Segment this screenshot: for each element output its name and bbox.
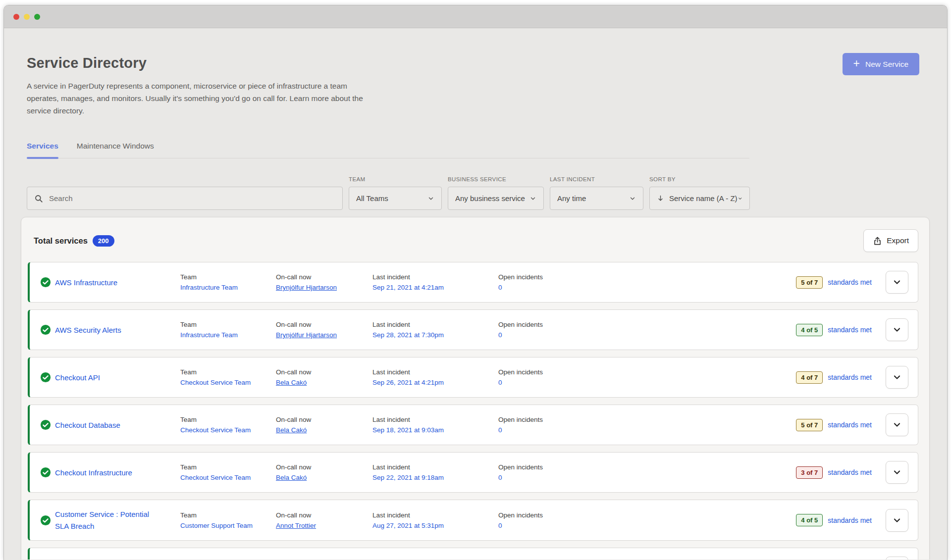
standards-group: 5 of 7 standards met xyxy=(796,276,872,289)
expand-row-button[interactable] xyxy=(886,509,908,532)
standards-met-link[interactable]: standards met xyxy=(828,516,872,524)
standards-met-link[interactable]: standards met xyxy=(828,468,872,476)
last-incident-link[interactable]: Sep 22, 2021 at 9:18am xyxy=(372,474,498,481)
open-incidents-link[interactable]: 0 xyxy=(498,284,790,291)
standards-badge: 4 of 7 xyxy=(796,371,823,384)
sort-descending-icon xyxy=(657,195,664,202)
status-ok-icon xyxy=(40,467,51,478)
on-call-user-link[interactable]: Bela Cakó xyxy=(276,426,372,434)
team-link[interactable]: Infrastructure Team xyxy=(180,331,276,339)
team-link[interactable]: Customer Support Team xyxy=(180,522,276,529)
expand-row-button[interactable] xyxy=(886,557,908,560)
open-incidents-link[interactable]: 0 xyxy=(498,426,790,434)
business-service-filter-label: BUSINESS SERVICE xyxy=(448,176,544,182)
status-ok-icon xyxy=(40,419,51,430)
new-service-button[interactable]: + New Service xyxy=(843,53,919,75)
status-ok-icon xyxy=(40,324,51,335)
standards-met-link[interactable]: standards met xyxy=(828,373,872,381)
expand-row-button[interactable] xyxy=(886,318,908,341)
on-call-column: On-call now Bela Cakó xyxy=(276,463,372,481)
open-incidents-link[interactable]: 0 xyxy=(498,379,790,386)
chevron-down-icon xyxy=(892,467,902,477)
last-incident-column: Last incident Sep 26, 2021 at 4:21pm xyxy=(372,368,498,386)
page-title: Service Directory xyxy=(27,55,947,71)
last-incident-filter-dropdown[interactable]: Any time xyxy=(550,187,643,210)
chevron-down-icon xyxy=(892,277,902,287)
standards-group: 3 of 7 standards met xyxy=(796,466,872,479)
status-ok-icon xyxy=(40,372,51,383)
zoom-button[interactable] xyxy=(34,14,40,20)
service-row: Checkout Infrastructure Team Checkout Se… xyxy=(28,452,918,493)
on-call-user-link[interactable]: Bela Cakó xyxy=(276,474,372,481)
standards-group: 4 of 7 standards met xyxy=(796,371,872,384)
team-link[interactable]: Checkout Service Team xyxy=(180,474,276,481)
service-row: AWS Infrastructure Team Infrastructure T… xyxy=(28,262,918,303)
team-column: Team Checkout Service Team xyxy=(180,416,276,434)
search-input[interactable] xyxy=(48,194,335,203)
team-link[interactable]: Infrastructure Team xyxy=(180,284,276,291)
last-incident-link[interactable]: Sep 26, 2021 at 4:21pm xyxy=(372,379,498,386)
page-description: A service in PagerDuty represents a comp… xyxy=(27,80,364,117)
service-name-link[interactable]: Checkout API xyxy=(55,372,180,383)
sort-by-dropdown[interactable]: Service name (A - Z) xyxy=(649,187,750,210)
team-link[interactable]: Checkout Service Team xyxy=(180,379,276,386)
filter-bar: TEAM All Teams BUSINESS SERVICE Any busi… xyxy=(27,176,749,210)
tab-maintenance-windows[interactable]: Maintenance Windows xyxy=(77,142,154,158)
open-incidents-link[interactable]: 0 xyxy=(498,474,790,481)
search-icon xyxy=(34,194,43,203)
service-name-link[interactable]: Checkout Database xyxy=(55,419,180,431)
last-incident-filter-label: LAST INCIDENT xyxy=(550,176,643,182)
standards-met-link[interactable]: standards met xyxy=(828,421,872,429)
service-name-link[interactable]: Checkout Infrastructure xyxy=(55,467,180,478)
business-service-filter-value: Any business service xyxy=(455,194,525,203)
last-incident-link[interactable]: Aug 27, 2021 at 5:31pm xyxy=(372,522,498,529)
chevron-down-icon xyxy=(892,420,902,430)
on-call-column: On-call now Annot Trottier xyxy=(276,559,372,560)
standards-met-link[interactable]: standards met xyxy=(828,278,872,286)
expand-row-button[interactable] xyxy=(886,366,908,389)
last-incident-link[interactable]: Sep 21, 2021 at 4:21am xyxy=(372,284,498,291)
team-label: Team xyxy=(180,368,276,376)
team-link[interactable]: Checkout Service Team xyxy=(180,426,276,434)
service-name-link[interactable]: AWS Infrastructure xyxy=(55,277,180,288)
standards-met-link[interactable]: standards met xyxy=(828,326,872,334)
business-service-filter-dropdown[interactable]: Any business service xyxy=(448,187,544,210)
open-incidents-column: Open incidents 0 xyxy=(498,511,790,529)
team-filter-dropdown[interactable]: All Teams xyxy=(349,187,442,210)
last-incident-link[interactable]: Sep 28, 2021 at 7:30pm xyxy=(372,331,498,339)
expand-row-button[interactable] xyxy=(886,413,908,436)
last-incident-link[interactable]: Sep 18, 2021 at 9:03am xyxy=(372,426,498,434)
open-incidents-link[interactable]: 0 xyxy=(498,331,790,339)
expand-row-button[interactable] xyxy=(886,461,908,484)
last-incident-column: Last incident Sep 28, 2021 at 2:00am xyxy=(372,559,498,560)
team-column: Team Infrastructure Team xyxy=(180,273,276,291)
on-call-user-link[interactable]: Brynjólfur Hjartarson xyxy=(276,331,372,339)
service-name-link[interactable]: AWS Security Alerts xyxy=(55,324,180,336)
team-label: Team xyxy=(180,511,276,519)
last-incident-label: Last incident xyxy=(372,463,498,471)
tab-bar: Services Maintenance Windows xyxy=(27,142,749,158)
tab-services[interactable]: Services xyxy=(27,142,58,158)
last-incident-label: Last incident xyxy=(372,368,498,376)
team-column: Team Infrastructure Team xyxy=(180,321,276,339)
search-field[interactable] xyxy=(27,187,343,210)
expand-row-button[interactable] xyxy=(886,271,908,294)
open-incidents-label: Open incidents xyxy=(498,416,790,423)
last-incident-column: Last incident Aug 27, 2021 at 5:31pm xyxy=(372,511,498,529)
export-button[interactable]: Export xyxy=(863,229,918,252)
standards-badge: 5 of 7 xyxy=(796,276,823,289)
service-name-link[interactable]: Customer Service : Potential SLA Breach xyxy=(55,509,180,532)
service-row: Customer Service : Potential SLA Breach … xyxy=(28,500,918,541)
on-call-user-link[interactable]: Brynjólfur Hjartarson xyxy=(276,284,372,291)
open-incidents-link[interactable]: 0 xyxy=(498,522,790,529)
sort-by-label: SORT BY xyxy=(649,176,750,182)
on-call-label: On-call now xyxy=(276,368,372,376)
last-incident-column: Last incident Sep 22, 2021 at 9:18am xyxy=(372,463,498,481)
chevron-down-icon xyxy=(892,325,902,335)
minimize-button[interactable] xyxy=(24,14,30,20)
on-call-user-link[interactable]: Bela Cakó xyxy=(276,379,372,386)
team-label: Team xyxy=(180,273,276,281)
on-call-label: On-call now xyxy=(276,511,372,519)
on-call-user-link[interactable]: Annot Trottier xyxy=(276,522,372,529)
close-button[interactable] xyxy=(13,14,19,20)
